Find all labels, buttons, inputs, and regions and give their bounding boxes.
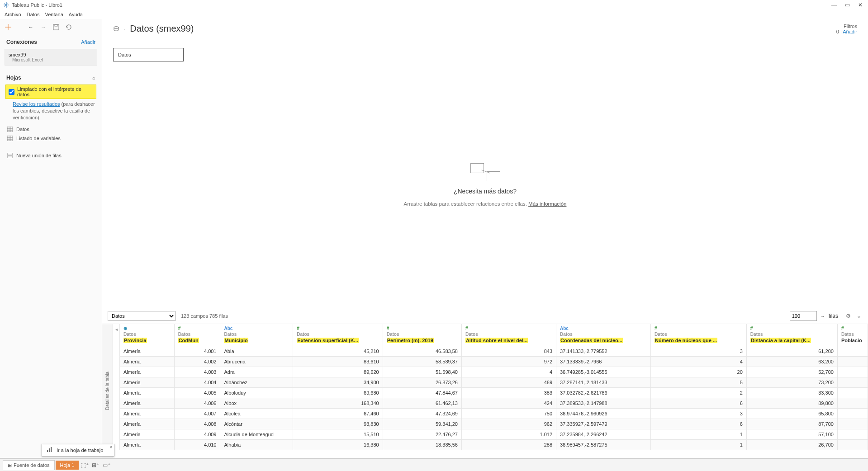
refresh-icon[interactable]: [65, 24, 72, 31]
table-row[interactable]: Almería4.002Abrucena83,61058.589,3797237…: [120, 357, 868, 367]
cell: Almería: [120, 388, 175, 398]
column-header[interactable]: #DatosExtensión superficial (K...: [293, 324, 383, 346]
filters-add-link[interactable]: Añadir: [843, 29, 857, 34]
cell: 4.009: [174, 429, 220, 440]
cell: 4.006: [174, 398, 220, 409]
cell: 1: [651, 429, 747, 440]
table-row[interactable]: Almería4.008Alcóntar93,83059.341,2096237…: [120, 419, 868, 429]
column-header[interactable]: #DatosPoblacio: [837, 324, 868, 346]
data-interpreter-hint: Revise los resultados (para deshacer los…: [13, 101, 96, 121]
menu-ventana[interactable]: Ventana: [45, 12, 63, 17]
cell: 5: [651, 377, 747, 388]
gear-icon[interactable]: ⚙: [844, 312, 852, 320]
svg-rect-6: [53, 24, 59, 30]
cell: [837, 398, 868, 409]
tooltip-close-icon[interactable]: ×: [109, 444, 112, 450]
cell: 4.002: [174, 357, 220, 367]
table-row[interactable]: Almería4.009Alcudia de Monteagud15,51022…: [120, 429, 868, 440]
review-results-link[interactable]: Revise los resultados: [13, 101, 60, 107]
column-header[interactable]: #DatosDistancia a la capital (K...: [746, 324, 837, 346]
table-row[interactable]: Almería4.005Alboloduy69,68047.844,673833…: [120, 388, 868, 398]
cell: 4.005: [174, 388, 220, 398]
cell: 69,680: [293, 388, 383, 398]
svg-rect-19: [7, 156, 13, 158]
cell: Almería: [120, 398, 175, 409]
close-button[interactable]: ✕: [858, 2, 863, 8]
new-union-item[interactable]: Nueva unión de filas: [0, 151, 102, 160]
table-row[interactable]: Almería4.001Abla45,21046.583,5884337.141…: [120, 346, 868, 357]
cell: Alcudia de Monteagud: [220, 429, 293, 440]
column-source: Datos: [560, 332, 647, 337]
cell: 4.007: [174, 409, 220, 419]
cell: Almería: [120, 346, 175, 357]
minimize-button[interactable]: —: [831, 2, 837, 8]
sheet-item-listado[interactable]: Listado de variables: [0, 134, 102, 143]
connection-name: smex99: [9, 52, 93, 57]
table-row[interactable]: Almería4.010Alhabia16,38018.385,5628836.…: [120, 440, 868, 450]
cell: Almería: [120, 357, 175, 367]
main-area: · Datos (smex99) Filtros 0 | Añadir Dato…: [102, 19, 868, 457]
cell: 424: [461, 398, 556, 409]
save-icon[interactable]: [52, 24, 60, 31]
table-picker[interactable]: Datos: [108, 311, 175, 321]
search-icon[interactable]: ⌕: [92, 75, 95, 80]
column-header[interactable]: #DatosPerímetro (m). 2019: [383, 324, 461, 346]
sheets-heading: Hojas: [6, 75, 21, 81]
more-info-link[interactable]: Más información: [528, 201, 566, 207]
chevron-down-icon[interactable]: ⌄: [855, 312, 863, 320]
sheet-item-datos[interactable]: Datos: [0, 125, 102, 134]
tableau-logo-icon: [4, 2, 9, 8]
rows-input[interactable]: [790, 311, 817, 321]
connection-item[interactable]: smex99 Microsoft Excel: [5, 49, 97, 66]
collapse-handle[interactable]: ◂: [113, 324, 119, 457]
table-icon: [7, 136, 13, 141]
field-row-summary: 123 campos 785 filas: [181, 313, 228, 319]
cell: 37.235984,-2.266242: [556, 429, 651, 440]
back-icon[interactable]: ←: [27, 24, 34, 31]
datatype-icon: #: [465, 326, 552, 331]
table-row[interactable]: Almería4.004Albánchez34,90026.873,264693…: [120, 377, 868, 388]
cell: 93,830: [293, 419, 383, 429]
cell: 20: [651, 367, 747, 377]
column-header[interactable]: AbcDatosCoordenadas del núcleo...: [556, 324, 651, 346]
rows-arrow-icon[interactable]: →: [821, 314, 825, 319]
tableau-mark-icon[interactable]: [5, 24, 12, 31]
cell: 47.324,69: [383, 409, 461, 419]
table-icon: [7, 127, 13, 132]
logical-table[interactable]: Datos: [113, 48, 184, 61]
data-interpreter-checkbox[interactable]: Limpiado con el intérprete de datos: [5, 85, 96, 99]
cell: Alcolea: [220, 409, 293, 419]
column-header[interactable]: #DatosCodMun: [174, 324, 220, 346]
column-header[interactable]: #DatosAltitud sobre el nivel del...: [461, 324, 556, 346]
cell: [837, 367, 868, 377]
cell: 26,700: [746, 440, 837, 450]
menu-ayuda[interactable]: Ayuda: [69, 12, 83, 17]
table-row[interactable]: Almería4.006Albox168,34061.462,1342437.3…: [120, 398, 868, 409]
column-header[interactable]: AbcDatosMunicipio: [220, 324, 293, 346]
table-row[interactable]: Almería4.003Adra89,62051.598,40436.74928…: [120, 367, 868, 377]
cell: Abla: [220, 346, 293, 357]
forward-icon[interactable]: →: [40, 24, 47, 31]
add-connection-link[interactable]: Añadir: [81, 39, 95, 45]
menu-archivo[interactable]: Archivo: [5, 12, 21, 17]
column-name: CodMun: [178, 338, 217, 343]
column-source: Datos: [297, 332, 379, 337]
column-header[interactable]: #DatosNúmero de núcleos que ...: [651, 324, 747, 346]
datasource-title[interactable]: Datos (smex99): [130, 24, 194, 34]
window-controls: — ▭ ✕: [831, 2, 864, 8]
data-interpreter-input[interactable]: [9, 89, 14, 95]
cell: 87,700: [746, 419, 837, 429]
maximize-button[interactable]: ▭: [845, 2, 850, 8]
cell: 4: [461, 367, 556, 377]
column-name: Extensión superficial (K...: [297, 338, 379, 343]
table-row[interactable]: Almería4.007Alcolea67,46047.324,6975036.…: [120, 409, 868, 419]
svg-rect-13: [7, 136, 13, 141]
cell: 288: [461, 440, 556, 450]
datatype-icon: #: [178, 326, 217, 331]
menu-datos[interactable]: Datos: [27, 12, 40, 17]
datatype-icon: #: [387, 326, 458, 331]
cell: 37.287141,-2.181433: [556, 377, 651, 388]
column-header[interactable]: ⊕DatosProvincia: [120, 324, 175, 346]
column-name: Poblacio: [841, 338, 864, 343]
cell: Almería: [120, 377, 175, 388]
